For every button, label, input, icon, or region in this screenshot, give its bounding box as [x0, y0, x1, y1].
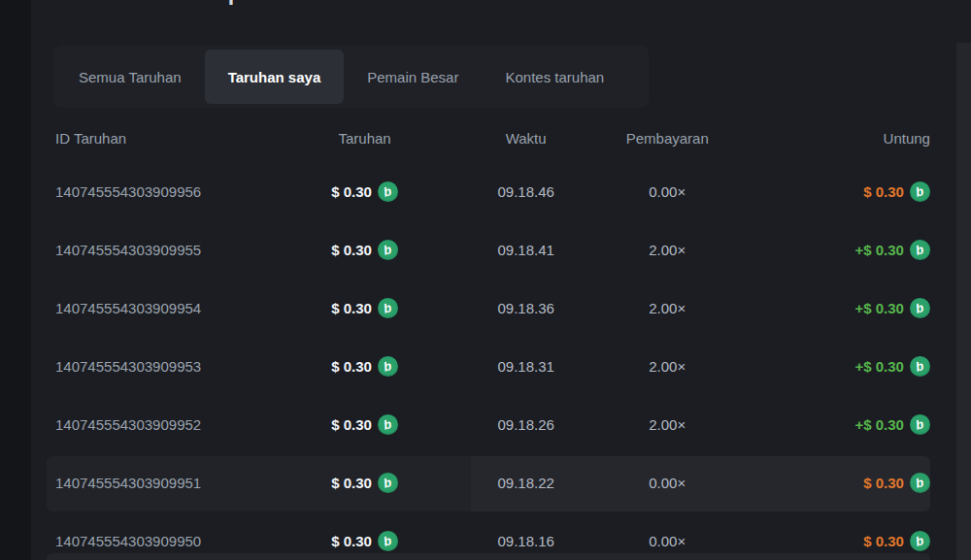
bet-id[interactable]: 140745554303909951 — [47, 475, 285, 491]
section-title-clipped: Taruhan & Balapan terbaru — [63, 0, 471, 8]
bet-profit-cell: $ 0.30b — [727, 181, 930, 202]
bet-payout-multiplier: 0.00× — [649, 183, 686, 200]
bet-time: 09.18.31 — [497, 358, 553, 375]
bet-profit-cell: +$ 0.30b — [727, 240, 930, 260]
bet-amount: $ 0.30 — [331, 300, 372, 316]
bet-payout-multiplier: 0.00× — [649, 533, 686, 549]
bet-payout-cell: 0.00× — [608, 183, 727, 200]
bet-payout-cell: 2.00× — [608, 416, 727, 433]
page-title: Taruhan & Balapan terbaru — [63, 0, 471, 6]
bet-id[interactable]: 140745554303909956 — [47, 183, 285, 200]
column-header-bet: Taruhan — [285, 130, 445, 147]
bet-time-cell: 09.18.22 — [444, 475, 607, 491]
green-coin-icon: b — [378, 181, 398, 202]
bet-id[interactable]: 140745554303909955 — [47, 242, 285, 258]
bet-time-cell: 09.18.31 — [444, 358, 607, 375]
bet-profit-amount: +$ 0.30 — [855, 242, 904, 258]
bets-panel: Taruhan & Balapan terbaru Semua Taruhan … — [31, 0, 971, 560]
bet-amount-cell: $ 0.30b — [285, 531, 445, 551]
bet-profit-cell: +$ 0.30b — [727, 298, 930, 318]
bet-profit-cell: +$ 0.30b — [727, 356, 930, 377]
bets-table: ID Taruhan Taruhan Waktu Pembayaran Untu… — [47, 114, 930, 560]
bet-profit-cell: +$ 0.30b — [727, 414, 930, 435]
right-edge-panel — [956, 43, 971, 560]
bet-amount-cell: $ 0.30b — [285, 414, 445, 435]
bet-row[interactable]: 140745554303909951$ 0.30b09.18.220.00×$ … — [47, 453, 930, 511]
green-coin-icon: b — [378, 473, 398, 493]
green-coin-icon: b — [378, 240, 398, 260]
bet-time-cell: 09.18.41 — [444, 242, 607, 258]
bet-payout-cell: 2.00× — [608, 300, 727, 316]
bet-id[interactable]: 140745554303909950 — [47, 533, 285, 549]
coin-glyph: b — [915, 534, 925, 548]
green-coin-icon: b — [910, 181, 930, 202]
coin-glyph: b — [915, 301, 925, 315]
column-header-id: ID Taruhan — [47, 130, 285, 147]
bet-row[interactable]: 140745554303909955$ 0.30b09.18.412.00×+$… — [47, 220, 930, 279]
green-coin-icon: b — [910, 414, 930, 435]
green-coin-icon: b — [910, 298, 930, 318]
bet-profit-amount: $ 0.30 — [863, 183, 904, 200]
column-header-profit: Untung — [727, 130, 930, 147]
bet-profit-amount: $ 0.30 — [863, 533, 904, 549]
bet-amount-cell: $ 0.30b — [285, 181, 445, 202]
green-coin-icon: b — [910, 240, 930, 260]
tab-kontes-taruhan[interactable]: Kontes taruhan — [482, 49, 627, 104]
bet-amount-cell: $ 0.30b — [285, 473, 445, 493]
bet-time: 09.18.41 — [497, 242, 553, 258]
coin-glyph: b — [383, 243, 393, 257]
bets-tab-bar: Semua Taruhan Taruhan saya Pemain Besar … — [53, 46, 649, 108]
bet-profit-amount: +$ 0.30 — [855, 300, 904, 316]
bet-amount: $ 0.30 — [331, 475, 372, 491]
bet-id[interactable]: 140745554303909953 — [47, 358, 285, 375]
bet-row[interactable]: 140745554303909954$ 0.30b09.18.362.00×+$… — [47, 279, 930, 337]
coin-glyph: b — [383, 417, 393, 432]
bet-id[interactable]: 140745554303909952 — [47, 416, 285, 433]
tab-semua-taruhan[interactable]: Semua Taruhan — [55, 49, 205, 104]
bet-profit-cell: $ 0.30b — [727, 473, 930, 493]
bet-amount: $ 0.30 — [331, 242, 372, 258]
bet-time: 09.18.26 — [497, 416, 553, 433]
bet-time-cell: 09.18.46 — [444, 183, 607, 200]
bet-row[interactable]: 140745554303909953$ 0.30b09.18.312.00×+$… — [47, 337, 930, 395]
bet-amount-cell: $ 0.30b — [285, 356, 445, 377]
green-coin-icon: b — [378, 356, 398, 377]
coin-glyph: b — [383, 359, 393, 374]
bet-payout-multiplier: 0.00× — [649, 475, 686, 491]
tab-label: Pemain Besar — [367, 69, 458, 85]
coin-glyph: b — [383, 301, 393, 315]
bet-time: 09.18.46 — [497, 183, 553, 200]
coin-glyph: b — [383, 476, 393, 490]
bet-payout-multiplier: 2.00× — [649, 416, 686, 433]
green-coin-icon: b — [378, 298, 398, 318]
bet-payout-multiplier: 2.00× — [649, 300, 686, 316]
bet-time: 09.18.16 — [497, 533, 553, 549]
bet-amount: $ 0.30 — [331, 183, 372, 200]
bet-time-cell: 09.18.36 — [444, 300, 607, 316]
green-coin-icon: b — [910, 356, 930, 377]
bet-amount-cell: $ 0.30b — [285, 240, 445, 260]
bet-payout-cell: 0.00× — [608, 533, 727, 549]
bet-profit-amount: $ 0.30 — [863, 475, 904, 491]
bet-payout-multiplier: 2.00× — [649, 242, 686, 258]
tab-taruhan-saya[interactable]: Taruhan saya — [205, 49, 345, 104]
bet-time-cell: 09.18.16 — [444, 533, 607, 549]
tab-label: Taruhan saya — [228, 69, 321, 85]
tab-label: Semua Taruhan — [79, 69, 182, 85]
bet-amount: $ 0.30 — [331, 533, 372, 549]
bet-time: 09.18.22 — [497, 475, 553, 491]
bet-profit-cell: $ 0.30b — [727, 531, 930, 551]
tab-pemain-besar[interactable]: Pemain Besar — [344, 49, 482, 104]
bet-amount: $ 0.30 — [331, 358, 372, 375]
coin-glyph: b — [915, 243, 925, 257]
bet-row[interactable]: 140745554303909952$ 0.30b09.18.262.00×+$… — [47, 395, 930, 453]
column-header-time: Waktu — [444, 130, 607, 147]
bet-id[interactable]: 140745554303909954 — [47, 300, 285, 316]
table-header-row: ID Taruhan Taruhan Waktu Pembayaran Untu… — [47, 114, 930, 162]
bet-row[interactable]: 140745554303909956$ 0.30b09.18.460.00×$ … — [47, 162, 930, 220]
green-coin-icon: b — [378, 531, 398, 551]
bet-time: 09.18.36 — [497, 300, 553, 316]
bet-time-cell: 09.18.26 — [444, 416, 607, 433]
coin-glyph: b — [383, 184, 393, 199]
green-coin-icon: b — [910, 473, 930, 493]
